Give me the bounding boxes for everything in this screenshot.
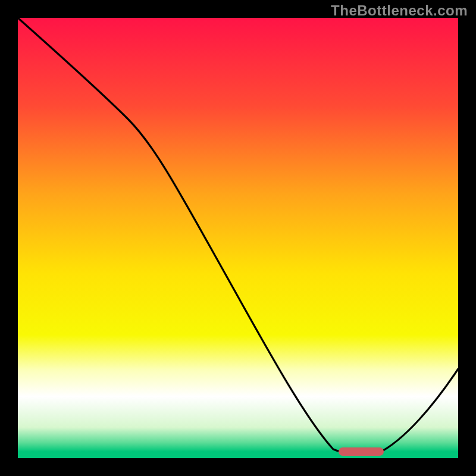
bottleneck-chart	[0, 0, 476, 476]
optimal-range-marker	[339, 447, 384, 456]
plot-background	[18, 18, 458, 458]
watermark-text: TheBottleneck.com	[331, 2, 468, 19]
chart-frame: TheBottleneck.com	[0, 0, 476, 476]
